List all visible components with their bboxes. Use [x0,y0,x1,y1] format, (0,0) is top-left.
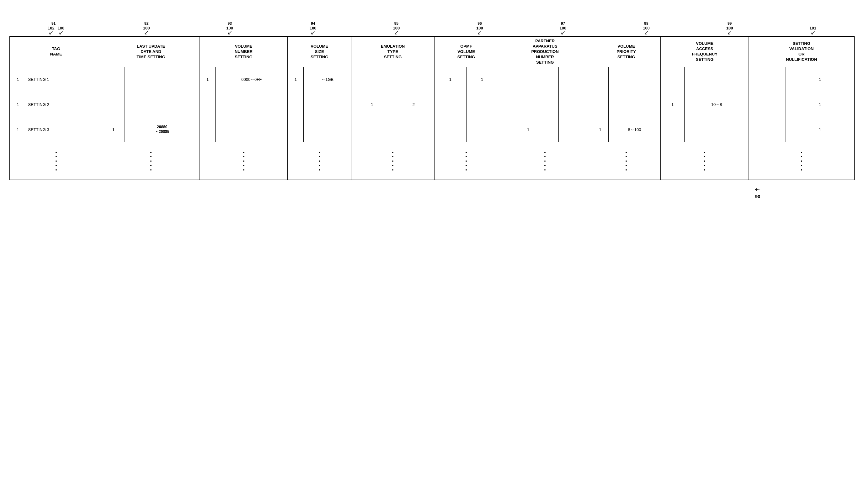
ref-99: 99 100 ↙ [726,21,733,35]
dots-cell-10 [749,142,854,180]
s3-opmf-val [466,117,498,142]
s2-name: SETTING 2 [26,92,102,117]
header-opmf-volume: OPMFVOLUMESETTING [434,36,498,67]
s1-name: SETTING 1 [26,67,102,92]
header-partner-apparatus: PARTNERAPPARATUSPRODUCTIONNUMBERSETTING [498,36,592,67]
s2-vol-pri-val [609,92,661,117]
dots-row [10,142,854,180]
s1-vol-size-val: ～1GB [304,67,351,92]
ref-92: 92 100 ↙ [143,21,150,35]
dots-cell-8 [592,142,661,180]
dots-cell-9 [660,142,748,180]
s1-vol-pri-flag [592,67,609,92]
s1-vol-acc-flag [660,67,684,92]
ref-97: 97 100 ↙ [560,21,567,35]
s3-vol-acc-val [685,117,749,142]
s1-opmf-flag: 1 [434,67,466,92]
ref-90: ↙ 90 [755,185,760,199]
dots-cell-7 [498,142,592,180]
s1-flag1: 1 [10,67,26,92]
s3-partner-flag: 1 [498,117,559,142]
dots-cell-5 [351,142,434,180]
s3-partner-val [559,117,592,142]
s1-partner-val [559,67,592,92]
ref-94: 94 100 ↙ [310,21,316,35]
ref-95: 95 100 ↙ [393,21,400,35]
s2-emul-flag: 1 [351,92,393,117]
header-last-update: LAST UPDATEDATE ANDTIME SETTING [102,36,200,67]
dots-cell-1 [10,142,102,180]
s3-flag1: 1 [10,117,26,142]
s2-flag1: 1 [10,92,26,117]
s2-vol-size-val [304,92,351,117]
s3-valid-val: 1 [785,117,854,142]
s3-valid-flag [749,117,785,142]
s1-emul-val [393,67,434,92]
dots-cell-4 [288,142,351,180]
s1-vol-size-flag: 1 [288,67,304,92]
s3-vol-num-val [216,117,288,142]
s1-vol-acc-val [685,67,749,92]
table-row: 1 SETTING 1 1 0000～0FF 1 ～1GB 1 1 1 [10,67,854,92]
header-volume-access: VOLUMEACCESSFREQUENCYSETTING [660,36,748,67]
s3-vol-pri-val: 8～100 [609,117,661,142]
header-emulation-type: EMULATIONTYPESETTING [351,36,434,67]
ref-93: 93 100 ↙ [226,21,233,35]
s1-last-update-flag [102,67,124,92]
s2-vol-num-val [216,92,288,117]
ref-101: 101 ↙ [809,21,816,35]
s3-vol-size-flag [288,117,304,142]
s3-name: SETTING 3 [26,117,102,142]
s3-vol-acc-flag [660,117,684,142]
s2-partner-flag [498,92,559,117]
main-table: TAGNAME LAST UPDATEDATE ANDTIME SETTING … [9,36,855,180]
dots-cell-6 [434,142,498,180]
s2-partner-val [559,92,592,117]
header-volume-number: VOLUMENUMBERSETTING [200,36,287,67]
s3-vol-num-flag [200,117,215,142]
s2-last-update-val [124,92,200,117]
s2-vol-acc-val: 10～8 [685,92,749,117]
header-volume-size: VOLUMESIZESETTING [288,36,351,67]
s2-vol-num-flag [200,92,215,117]
s3-vol-pri-flag: 1 [592,117,609,142]
s2-vol-pri-flag [592,92,609,117]
table-row: 1 SETTING 3 1 20880～20885 1 1 8～100 [10,117,854,142]
s2-vol-acc-flag: 1 [660,92,684,117]
dots-cell-2 [102,142,200,180]
s1-emul-flag [351,67,393,92]
s2-opmf-flag [434,92,466,117]
s3-emul-flag [351,117,393,142]
s1-valid-val: 1 [785,67,854,92]
s3-emul-val [393,117,434,142]
s1-vol-num-flag: 1 [200,67,215,92]
s3-last-update-val: 20880～20885 [124,117,200,142]
ref-90-area: ↙ 90 [9,180,855,199]
header-tag-name: TAGNAME [10,36,102,67]
table-row: 1 SETTING 2 1 2 1 10～8 1 [10,92,854,117]
s1-last-update-val [124,67,200,92]
s3-opmf-flag [434,117,466,142]
s2-valid-val: 1 [785,92,854,117]
s1-partner-flag [498,67,559,92]
ref-96: 96 100 ↙ [476,21,483,35]
diagram-container: 91 102 ↙ 100 ↙ 92 100 ↙ [9,13,855,199]
s2-last-update-flag [102,92,124,117]
s1-vol-num-val: 0000～0FF [216,67,288,92]
header-setting-validation: SETTINGVALIDATIONORNULLIFICATION [749,36,854,67]
s2-vol-size-flag [288,92,304,117]
ref-91-102: 91 102 ↙ 100 ↙ [48,21,67,35]
s3-vol-size-val [304,117,351,142]
header-volume-priority: VOLUMEPRIORITYSETTING [592,36,661,67]
s2-emul-val: 2 [393,92,434,117]
s1-opmf-val: 1 [466,67,498,92]
s1-vol-pri-val [609,67,661,92]
ref-98: 98 100 ↙ [643,21,650,35]
s1-valid-flag [749,67,785,92]
dots-cell-3 [200,142,287,180]
s3-last-update-flag: 1 [102,117,124,142]
s2-opmf-val [466,92,498,117]
s2-valid-flag [749,92,785,117]
